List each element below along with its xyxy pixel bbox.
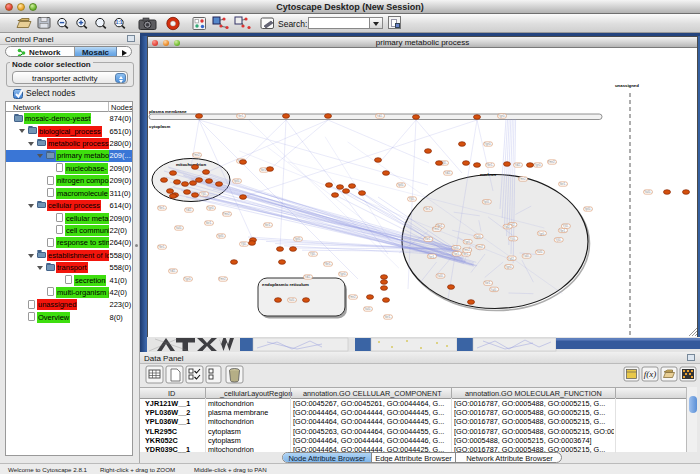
svg-text:Yjl0..: Yjl0.. xyxy=(201,192,208,196)
svg-text:Ydl2..: Ydl2.. xyxy=(444,171,452,175)
svg-text:cytoplasm: cytoplasm xyxy=(149,124,170,129)
svg-text:Ygr0..: Ygr0.. xyxy=(207,206,215,210)
svg-text:Ybr1..: Ybr1.. xyxy=(559,229,567,233)
svg-text:Ygr0..: Ygr0.. xyxy=(339,272,347,276)
svg-text:Ypl0..: Ypl0.. xyxy=(453,246,461,250)
svg-text:Ygr0..: Ygr0.. xyxy=(505,265,513,269)
svg-text:Ydl2..: Ydl2.. xyxy=(185,208,193,212)
svg-text:Yal0..: Yal0.. xyxy=(536,250,544,254)
svg-text:Yor1..: Yor1.. xyxy=(559,182,567,186)
svg-text:Ypl0..: Ypl0.. xyxy=(584,207,592,211)
svg-text:Yjl0..: Yjl0.. xyxy=(563,224,570,228)
svg-text:Ybr1..: Ybr1.. xyxy=(324,262,332,266)
svg-text:Yjl0..: Yjl0.. xyxy=(241,242,248,246)
svg-text:Ygr0..: Ygr0.. xyxy=(464,240,472,244)
svg-text:Yor1..: Yor1.. xyxy=(428,255,436,259)
svg-text:Ygr0..: Ygr0.. xyxy=(538,232,546,236)
svg-text:plasma membrane: plasma membrane xyxy=(149,109,187,114)
svg-text:Yor1..: Yor1.. xyxy=(384,315,392,319)
svg-text:Yal0..: Yal0.. xyxy=(644,190,652,194)
svg-text:Ybr1..: Ybr1.. xyxy=(486,163,494,167)
svg-text:Ypl0..: Ypl0.. xyxy=(483,200,491,204)
svg-text:Yjl0..: Yjl0.. xyxy=(409,197,416,201)
svg-text:Ygr0..: Ygr0.. xyxy=(498,114,506,118)
svg-text:1:1: 1:1 xyxy=(115,19,122,25)
svg-text:Ydl2..: Ydl2.. xyxy=(304,275,312,279)
svg-text:Yor1..: Yor1.. xyxy=(453,252,461,256)
svg-text:Ygr0..: Ygr0.. xyxy=(534,163,542,167)
svg-text:Ydl2..: Ydl2.. xyxy=(169,269,177,273)
svg-text:Ydl2..: Ydl2.. xyxy=(508,257,516,261)
svg-text:Yal0..: Yal0.. xyxy=(364,307,372,311)
svg-text:Yal0..: Yal0.. xyxy=(175,226,183,230)
svg-text:Ymr2..: Ymr2.. xyxy=(548,160,557,164)
svg-text:f(x): f(x) xyxy=(644,369,657,379)
svg-text:Yjl0..: Yjl0.. xyxy=(510,237,517,241)
svg-text:Ymr2..: Ymr2.. xyxy=(519,177,528,181)
svg-text:Ymr2..: Ymr2.. xyxy=(219,277,228,281)
svg-text:endoplasmic reticulum: endoplasmic reticulum xyxy=(262,282,309,287)
svg-text:Yal0..: Yal0.. xyxy=(490,288,498,292)
svg-text:Ypl0..: Ypl0.. xyxy=(397,183,405,187)
svg-text:Ypl0..: Ypl0.. xyxy=(475,235,483,239)
svg-text:Yor1..: Yor1.. xyxy=(424,237,432,241)
svg-text:Ybr1..: Ybr1.. xyxy=(424,207,432,211)
svg-text:unassigned: unassigned xyxy=(615,83,639,88)
svg-text:Yal0..: Yal0.. xyxy=(523,254,531,258)
svg-text:Ymr2..: Ymr2.. xyxy=(349,295,358,299)
svg-text:Ybr1..: Ybr1.. xyxy=(158,245,166,249)
svg-text:Yal0..: Yal0.. xyxy=(288,298,296,302)
svg-text:Ydl2..: Ydl2.. xyxy=(376,114,384,118)
svg-text:Ypl0..: Ypl0.. xyxy=(294,237,302,241)
svg-text:Yor1..: Yor1.. xyxy=(264,223,272,227)
svg-text:Ydl2..: Ydl2.. xyxy=(514,163,522,167)
svg-text:Yjl0..: Yjl0.. xyxy=(310,252,317,256)
svg-text:Ybr1..: Ybr1.. xyxy=(158,206,166,210)
svg-text:Ydl2..: Ydl2.. xyxy=(504,225,512,229)
svg-text:Ymr2..: Ymr2.. xyxy=(476,245,485,249)
svg-text:Ypl0..: Ypl0.. xyxy=(233,179,241,183)
svg-text:Yor1..: Yor1.. xyxy=(205,221,213,225)
svg-text:Yal0..: Yal0.. xyxy=(437,274,445,278)
svg-text:Yor1..: Yor1.. xyxy=(484,281,492,285)
svg-text:Ymr2..: Ymr2.. xyxy=(463,248,472,252)
svg-text:nucleus: nucleus xyxy=(480,172,497,177)
svg-text:Ygr0..: Ygr0.. xyxy=(184,277,192,281)
svg-text:Ybr1..: Ybr1.. xyxy=(462,252,470,256)
svg-text:Ybr1..: Ybr1.. xyxy=(237,114,245,118)
svg-text:Ymr2..: Ymr2.. xyxy=(193,153,202,157)
svg-text:Ypl0..: Ypl0.. xyxy=(217,234,225,238)
svg-text:Ymr2..: Ymr2.. xyxy=(432,227,441,231)
svg-text:Ymr2..: Ymr2.. xyxy=(223,212,232,216)
svg-text:Yjl0..: Yjl0.. xyxy=(555,238,562,242)
svg-text:Ygr0..: Ygr0.. xyxy=(484,142,492,146)
